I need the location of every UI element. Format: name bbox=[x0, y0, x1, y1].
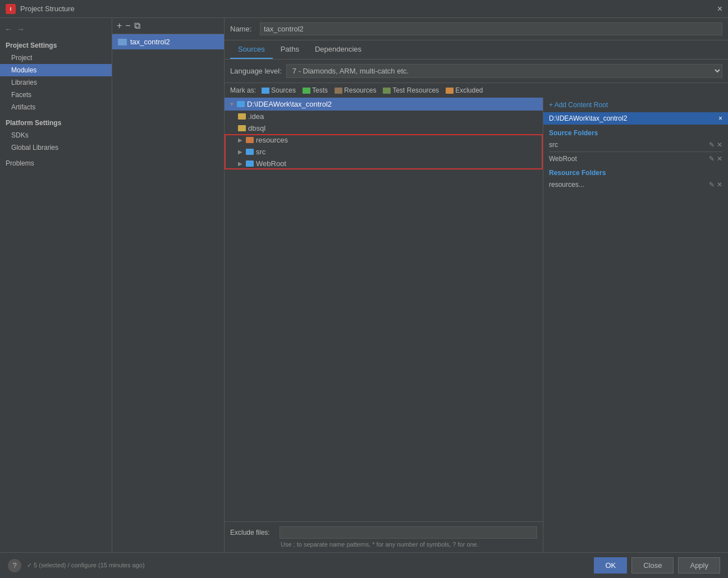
language-level-row: Language level: 7 - Diamonds, ARM, multi… bbox=[225, 59, 728, 83]
title-bar: I Project Structure × bbox=[0, 0, 728, 18]
remove-resources-btn[interactable]: ✕ bbox=[717, 181, 722, 189]
help-button[interactable]: ? bbox=[8, 559, 21, 572]
tree-root-item[interactable]: ▼ D:\IDEAWork\tax_control2 bbox=[225, 98, 543, 111]
nav-arrows: ← → bbox=[0, 22, 112, 38]
close-button[interactable]: × bbox=[717, 4, 722, 13]
sidebar-item-artifacts[interactable]: Artifacts bbox=[0, 101, 112, 113]
edit-resources-btn[interactable]: ✎ bbox=[709, 181, 715, 189]
root-folder-icon bbox=[237, 101, 245, 107]
sidebar-item-sdks-label: SDKs bbox=[11, 131, 29, 139]
tree-item-webroot[interactable]: ▶ WebRoot bbox=[225, 158, 543, 169]
module-toolbar: + − ⧉ bbox=[112, 18, 224, 34]
idea-label: .idea bbox=[248, 112, 264, 121]
mark-as-resources-btn[interactable]: Resources bbox=[335, 86, 376, 94]
module-folder-icon bbox=[118, 39, 127, 45]
tree-item-src[interactable]: ▶ src bbox=[225, 146, 543, 158]
source-folders-title: Source Folders bbox=[543, 125, 728, 139]
idea-icon: I bbox=[6, 4, 16, 14]
sidebar-item-project[interactable]: Project bbox=[0, 52, 112, 64]
red-highlight-group: ▶ resources ▶ src ▶ WebRoot bbox=[225, 134, 543, 169]
mark-as-test-resources-btn[interactable]: Test Resources bbox=[383, 86, 439, 94]
tests-folder-icon bbox=[303, 88, 310, 94]
language-level-select[interactable]: 7 - Diamonds, ARM, multi-catch etc. bbox=[286, 64, 722, 78]
main-content: ← → Project Settings Project Modules Lib… bbox=[0, 18, 728, 552]
source-folder-item-resources: resources... ✎ ✕ bbox=[543, 179, 728, 190]
mark-as-sources-btn[interactable]: Sources bbox=[262, 86, 296, 94]
tree-item-idea[interactable]: .idea bbox=[225, 111, 543, 122]
dbsql-folder-icon bbox=[238, 125, 246, 131]
sidebar-item-global-libraries[interactable]: Global Libraries bbox=[0, 141, 112, 154]
nav-back[interactable]: ← bbox=[4, 25, 12, 34]
sidebar: ← → Project Settings Project Modules Lib… bbox=[0, 18, 112, 552]
webroot-label: WebRoot bbox=[256, 159, 286, 168]
mark-as-excluded-btn[interactable]: Excluded bbox=[446, 86, 483, 94]
module-item-tax-control2[interactable]: tax_control2 bbox=[112, 34, 224, 49]
mark-as-tests-btn[interactable]: Tests bbox=[303, 86, 328, 94]
sidebar-item-problems[interactable]: Problems bbox=[0, 154, 112, 169]
tree-item-resources[interactable]: ▶ resources bbox=[225, 134, 543, 146]
sidebar-item-libraries[interactable]: Libraries bbox=[0, 76, 112, 89]
resources-folder-icon bbox=[246, 137, 254, 143]
src-chevron-icon: ▶ bbox=[238, 149, 244, 155]
remove-src-btn[interactable]: ✕ bbox=[717, 141, 722, 149]
exclude-label: Exclude files: bbox=[230, 529, 275, 536]
source-folder-item-src: src ✎ ✕ bbox=[543, 139, 728, 150]
remove-module-button[interactable]: − bbox=[125, 21, 130, 30]
apply-button[interactable]: Apply bbox=[678, 557, 720, 574]
close-content-root-btn[interactable]: × bbox=[718, 114, 722, 122]
source-panel-header: + Add Content Root bbox=[543, 98, 728, 112]
remove-webroot-btn[interactable]: ✕ bbox=[717, 155, 722, 163]
name-label: Name: bbox=[230, 25, 255, 33]
sidebar-item-project-label: Project bbox=[11, 54, 32, 62]
tree-item-dbsql[interactable]: dbsql bbox=[225, 122, 543, 134]
close-button[interactable]: Close bbox=[631, 557, 674, 574]
sidebar-item-modules[interactable]: Modules bbox=[0, 64, 112, 76]
name-input[interactable] bbox=[260, 22, 722, 35]
tabs-row: Sources Paths Dependencies bbox=[225, 40, 728, 59]
dbsql-label: dbsql bbox=[248, 124, 265, 132]
tab-paths[interactable]: Paths bbox=[273, 40, 307, 59]
project-settings-label: Project Settings bbox=[0, 38, 112, 52]
source-panel: + Add Content Root D:\IDEAWork\tax_contr… bbox=[543, 98, 728, 552]
source-folder-webroot-actions: ✎ ✕ bbox=[709, 155, 722, 163]
exclude-input[interactable] bbox=[280, 526, 537, 539]
module-list: + − ⧉ tax_control2 bbox=[112, 18, 225, 552]
sidebar-item-facets-label: Facets bbox=[11, 91, 31, 99]
webroot-folder-icon bbox=[246, 160, 254, 167]
root-chevron-icon: ▼ bbox=[229, 101, 235, 107]
ok-button[interactable]: OK bbox=[594, 557, 627, 574]
edit-webroot-btn[interactable]: ✎ bbox=[709, 155, 715, 163]
add-module-button[interactable]: + bbox=[117, 21, 122, 30]
resources-label: resources bbox=[256, 136, 288, 144]
source-folder-resources-actions: ✎ ✕ bbox=[709, 181, 722, 189]
sidebar-problems-label: Problems bbox=[6, 159, 34, 167]
edit-src-btn[interactable]: ✎ bbox=[709, 141, 715, 149]
footer-left: ? ✓ 5 (selected) / configure (15 minutes… bbox=[8, 559, 145, 572]
module-item-label: tax_control2 bbox=[130, 38, 170, 46]
footer-right: OK Close Apply bbox=[594, 557, 720, 574]
nav-forward[interactable]: → bbox=[17, 25, 25, 34]
sidebar-item-global-libraries-label: Global Libraries bbox=[11, 144, 58, 152]
name-row: Name: bbox=[225, 18, 728, 40]
title-bar-left: I Project Structure bbox=[6, 4, 75, 14]
sidebar-item-sdks[interactable]: SDKs bbox=[0, 129, 112, 141]
source-folder-resources-label: resources... bbox=[549, 181, 709, 189]
platform-settings-label: Platform Settings bbox=[0, 113, 112, 129]
src-label: src bbox=[256, 148, 265, 156]
language-level-label: Language level: bbox=[230, 67, 282, 75]
sidebar-item-modules-label: Modules bbox=[11, 66, 36, 74]
sidebar-item-artifacts-label: Artifacts bbox=[11, 103, 35, 111]
tab-dependencies[interactable]: Dependencies bbox=[307, 40, 369, 59]
sidebar-item-facets[interactable]: Facets bbox=[0, 89, 112, 101]
copy-module-button[interactable]: ⧉ bbox=[134, 21, 140, 30]
sidebar-item-libraries-label: Libraries bbox=[11, 79, 37, 86]
source-folder-src-label: src bbox=[549, 141, 709, 149]
mark-as-label: Mark as: bbox=[230, 86, 256, 94]
tab-sources[interactable]: Sources bbox=[230, 40, 273, 59]
sources-folder-icon bbox=[262, 88, 269, 94]
exclude-hint: Use ; to separate name patterns, * for a… bbox=[230, 541, 537, 548]
add-content-root-btn[interactable]: + Add Content Root bbox=[549, 101, 608, 109]
content-root-path-label: D:\IDEAWork\tax_control2 bbox=[549, 114, 627, 122]
dialog-title: Project Structure bbox=[20, 4, 75, 13]
resources-chevron-icon: ▶ bbox=[238, 137, 244, 143]
